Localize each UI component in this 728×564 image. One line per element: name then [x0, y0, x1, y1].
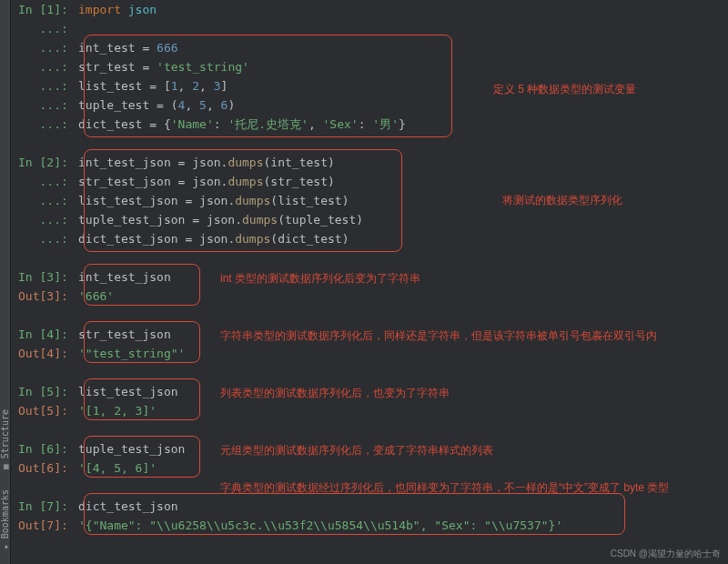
- annotation-2: 将测试的数据类型序列化: [502, 193, 622, 208]
- code-line: str_test = 'test_string': [78, 57, 249, 76]
- in-prompt-3: In [3]:: [11, 267, 78, 287]
- code-line: dict_test_json = json.dumps(dict_test): [78, 229, 349, 248]
- watermark: CSDN @渴望力量的哈士奇: [611, 548, 721, 560]
- cont-prompt: ...:: [11, 191, 78, 210]
- cont-prompt: ...:: [11, 229, 78, 248]
- code-line: int_test_json: [78, 267, 171, 287]
- annotation-5: 列表类型的测试数据序列化后，也变为了字符串: [220, 386, 450, 401]
- in-prompt-6: In [6]:: [11, 439, 78, 458]
- out-prompt-4: Out[4]:: [11, 344, 78, 363]
- cont-prompt: ...:: [11, 57, 78, 76]
- annotation-3: int 类型的测试数据序列化后变为了字符串: [220, 271, 420, 287]
- code-line: str_test_json = json.dumps(str_test): [78, 172, 335, 191]
- in-prompt-7: In [7]:: [11, 497, 78, 516]
- side-tab-bookmarks[interactable]: ★Bookmarks: [0, 480, 10, 560]
- code-line: list_test_json: [78, 382, 178, 401]
- output-line: '666': [78, 287, 114, 306]
- side-tab-structure[interactable]: ▦Structure: [0, 400, 10, 480]
- output-line: '[4, 5, 6]': [78, 458, 157, 478]
- output-line: '"test_string"': [78, 344, 185, 363]
- out-prompt-3: Out[3]:: [11, 287, 78, 306]
- cont-prompt: ...:: [11, 172, 78, 191]
- output-line: '[1, 2, 3]': [78, 401, 157, 420]
- annotation-7: 字典类型的测试数据经过序列化后，也同样变为了字符串，不一样的是“中文”变成了 b…: [220, 480, 669, 496]
- output-line: '{"Name": "\\u6258\\u5c3c.\\u53f2\\u5854…: [78, 516, 562, 535]
- in-prompt-4: In [4]:: [11, 325, 78, 344]
- out-prompt-6: Out[6]:: [11, 458, 78, 478]
- code-line: str_test_json: [78, 325, 171, 344]
- code-line: int_test = 666: [78, 38, 178, 57]
- in-prompt-5: In [5]:: [11, 382, 78, 401]
- code-line: dict_test_json: [78, 497, 178, 516]
- in-prompt-1: In [1]:: [11, 0, 78, 19]
- code-line: list_test = [1, 2, 3]: [78, 76, 228, 96]
- annotation-1: 定义 5 种数据类型的测试变量: [493, 82, 636, 97]
- cont-prompt: ...:: [11, 210, 78, 229]
- code-line: int_test_json = json.dumps(int_test): [78, 153, 335, 172]
- annotation-4: 字符串类型的测试数据序列化后，同样还是字符串，但是该字符串被单引号包裹在双引号内: [220, 328, 657, 344]
- code-line: import json: [78, 0, 157, 19]
- cont-prompt: ...:: [11, 19, 78, 38]
- cont-prompt: ...:: [11, 96, 78, 115]
- cont-prompt: ...:: [11, 115, 78, 134]
- out-prompt-7: Out[7]:: [11, 516, 78, 535]
- code-line: dict_test = {'Name': '托尼.史塔克', 'Sex': '男…: [78, 115, 406, 134]
- in-prompt-2: In [2]:: [11, 153, 78, 172]
- side-tab-bar: ▦Structure ★Bookmarks: [0, 0, 11, 564]
- code-line: tuple_test = (4, 5, 6): [78, 96, 235, 115]
- code-area[interactable]: In [1]: import json ...: ...: int_test =…: [11, 0, 728, 564]
- code-line: tuple_test_json = json.dumps(tuple_test): [78, 210, 363, 229]
- out-prompt-5: Out[5]:: [11, 401, 78, 420]
- code-line: tuple_test_json: [78, 439, 185, 458]
- annotation-6: 元组类型的测试数据序列化后，变成了字符串样式的列表: [220, 443, 493, 458]
- code-line: list_test_json = json.dumps(list_test): [78, 191, 349, 210]
- cont-prompt: ...:: [11, 38, 78, 57]
- cont-prompt: ...:: [11, 76, 78, 96]
